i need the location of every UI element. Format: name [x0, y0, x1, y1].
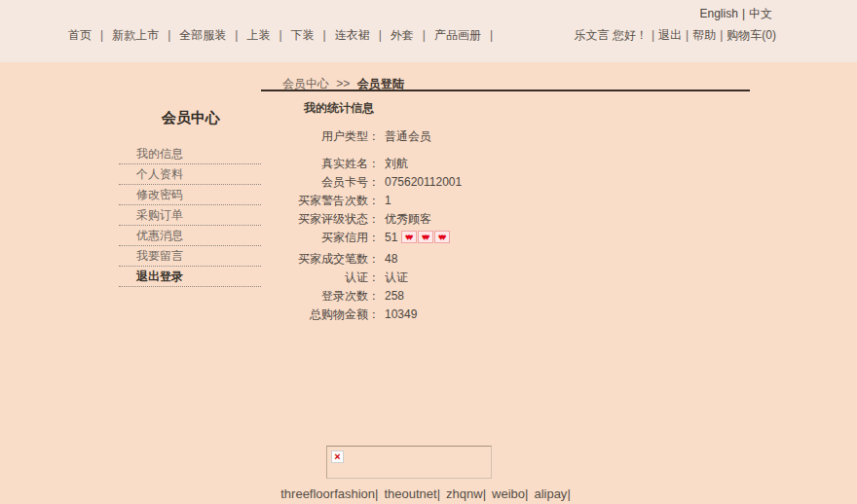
stats-row: 会员卡号：075620112001 — [263, 173, 462, 192]
account-link[interactable]: 购物车(0) — [727, 28, 776, 42]
sidebar-item[interactable]: 退出登录 — [119, 267, 261, 287]
stats-label-text: 认证 — [345, 270, 368, 284]
nav-link[interactable]: 产品画册 — [434, 28, 481, 42]
stats-value: 48 — [385, 252, 397, 266]
heart-rating-icon: ♥♥ — [418, 231, 433, 243]
stats-row: 买家信用：51♥♥♥♥♥♥ — [263, 229, 462, 247]
sidebar-item[interactable]: 我的信息 — [119, 144, 261, 164]
heart-rating-icon: ♥♥ — [401, 231, 417, 243]
stats-label-text: 用户类型 — [321, 129, 368, 143]
stats-label-text: 买家信用 — [321, 231, 368, 244]
sidebar-item[interactable]: 采购订单 — [119, 205, 261, 226]
footer-links: threefloorfashion|theoutnet|zhqnw|weibo|… — [0, 486, 857, 501]
nav-link[interactable]: 全部服装 — [179, 28, 226, 42]
stats-label-text: 会员卡号 — [321, 175, 368, 189]
broken-image-icon: × — [331, 450, 344, 463]
footer-link[interactable]: zhqnw — [446, 486, 483, 501]
heart-rating-icon: ♥♥ — [434, 231, 450, 243]
footer-separator: | — [525, 486, 528, 501]
breadcrumb-divider — [261, 90, 750, 91]
nav-link[interactable]: 上装 — [246, 28, 270, 42]
nav-separator: | — [168, 28, 170, 42]
account-separator: | — [720, 28, 723, 42]
footer-separator: | — [567, 486, 570, 501]
stats-value: 优秀顾客 — [385, 212, 431, 226]
sidebar-item[interactable]: 修改密码 — [119, 185, 261, 205]
stats-label: 认证： — [263, 269, 380, 287]
stats-label: 买家信用： — [263, 229, 380, 247]
stats-label: 用户类型： — [263, 127, 380, 146]
stats-label-text: 买家成交笔数 — [298, 252, 368, 266]
stats-label-colon: ： — [368, 157, 380, 170]
stats-label: 买家评级状态： — [263, 210, 380, 229]
stats-label: 买家成交笔数： — [263, 250, 380, 269]
nav-separator: | — [279, 28, 281, 42]
stats-row: 总购物金额：10349 — [263, 306, 462, 324]
sidebar-item[interactable]: 优惠消息 — [119, 226, 261, 246]
nav-separator: | — [235, 28, 238, 42]
footer-separator: | — [437, 486, 440, 501]
sidebar-menu: 我的信息个人资料修改密码采购订单优惠消息我要留言退出登录 — [119, 144, 261, 287]
footer-link[interactable]: theoutnet — [384, 486, 436, 501]
nav-link[interactable]: 下装 — [291, 28, 315, 42]
sidebar-item[interactable]: 个人资料 — [119, 164, 261, 185]
stats-label-colon: ： — [368, 175, 380, 189]
footer-link[interactable]: weibo — [492, 486, 525, 501]
nav-separator: | — [423, 28, 426, 42]
nav-link[interactable]: 新款上市 — [112, 28, 159, 42]
main-nav: 首页|新款上市|全部服装|上装|下装|连衣裙|外套|产品画册| — [68, 27, 502, 44]
nav-link[interactable]: 首页 — [68, 28, 92, 42]
stats-label: 真实姓名： — [263, 155, 380, 173]
nav-separator: | — [490, 28, 493, 42]
stats-panel: 用户类型：普通会员真实姓名：刘航会员卡号：075620112001买家警告次数：… — [263, 127, 462, 324]
stats-label: 买家警告次数： — [263, 192, 380, 210]
account-separator: | — [652, 28, 654, 42]
stats-row: 用户类型：普通会员 — [263, 127, 462, 146]
lang-option[interactable]: 中文 — [749, 7, 772, 20]
stats-label-colon: ： — [368, 194, 380, 207]
language-switcher: English|中文 — [700, 6, 772, 22]
nav-separator: | — [100, 28, 103, 42]
stats-value: 普通会员 — [385, 129, 431, 143]
stats-value: 51 — [385, 231, 397, 244]
stats-row: 买家警告次数：1 — [263, 192, 462, 210]
lang-option[interactable]: English — [700, 7, 738, 20]
stats-label-text: 真实姓名 — [321, 157, 368, 170]
stats-label-colon: ： — [368, 212, 380, 226]
stats-label-text: 买家评级状态 — [298, 212, 368, 226]
nav-link[interactable]: 外套 — [391, 28, 414, 42]
sidebar-title: 会员中心 — [162, 109, 261, 127]
stats-label-colon: ： — [368, 231, 380, 244]
account-separator: | — [686, 28, 689, 42]
stats-row: 真实姓名：刘航 — [263, 155, 462, 173]
breadcrumb-parent[interactable]: 会员中心 — [282, 77, 329, 90]
stats-value: 认证 — [385, 270, 408, 284]
stats-value: 10349 — [385, 307, 417, 321]
member-center-page: English|中文 首页|新款上市|全部服装|上装|下装|连衣裙|外套|产品画… — [0, 0, 857, 504]
stats-value: 刘航 — [385, 157, 408, 170]
header: English|中文 首页|新款上市|全部服装|上装|下装|连衣裙|外套|产品画… — [0, 0, 857, 62]
breadcrumb-current: 会员登陆 — [357, 77, 404, 90]
stats-value: 1 — [385, 194, 391, 207]
nav-link[interactable]: 连衣裙 — [335, 28, 370, 42]
stats-label-colon: ： — [368, 270, 380, 284]
footer-separator: | — [375, 486, 378, 501]
stats-row: 登录次数：258 — [263, 287, 462, 306]
stats-label-text: 买家警告次数 — [298, 194, 368, 207]
stats-label-text: 登录次数 — [321, 289, 368, 303]
nav-separator: | — [323, 28, 326, 42]
sidebar-item[interactable]: 我要留言 — [119, 246, 261, 267]
stats-title: 我的统计信息 — [304, 100, 374, 117]
account-link[interactable]: 退出 — [658, 28, 682, 42]
footer-link[interactable]: threefloorfashion — [280, 486, 375, 501]
stats-label-colon: ： — [368, 307, 380, 321]
stats-label: 会员卡号： — [263, 173, 380, 192]
account-link[interactable]: 帮助 — [692, 28, 716, 42]
footer-separator: | — [483, 486, 486, 501]
stats-label: 登录次数： — [263, 287, 380, 306]
footer-link[interactable]: alipay — [534, 486, 567, 501]
stats-label-colon: ： — [368, 289, 380, 303]
stats-row: 买家评级状态：优秀顾客 — [263, 210, 462, 229]
stats-label-colon: ： — [368, 129, 380, 143]
account-bar: 乐文言 您好！|退出|帮助|购物车(0) — [575, 27, 776, 44]
